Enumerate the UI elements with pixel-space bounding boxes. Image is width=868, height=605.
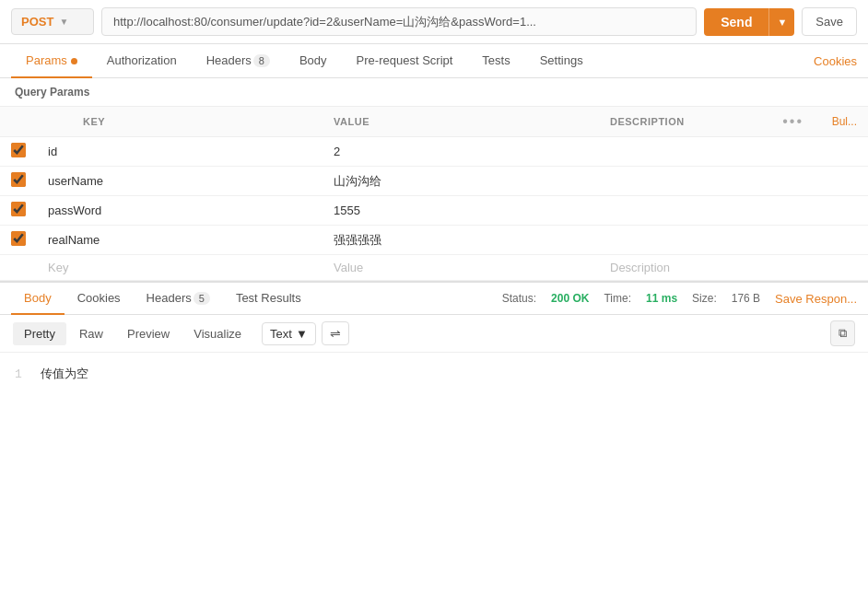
table-row	[0, 226, 868, 255]
url-input[interactable]	[101, 7, 697, 36]
desc-input-4[interactable]	[610, 233, 755, 247]
row-checkbox-1[interactable]	[11, 143, 26, 157]
response-tab-test-results[interactable]: Test Results	[223, 283, 314, 315]
desc-input-1[interactable]	[610, 145, 755, 158]
save-response-button[interactable]: Save Respon...	[775, 292, 857, 306]
desc-input-2[interactable]	[610, 174, 755, 188]
tab-tests[interactable]: Tests	[467, 44, 524, 78]
format-select[interactable]: Text ▼	[262, 322, 316, 345]
table-row	[0, 167, 868, 196]
time-value: 11 ms	[646, 292, 677, 305]
response-tab-headers[interactable]: Headers5	[134, 283, 223, 315]
params-dot	[71, 58, 77, 64]
response-tab-body[interactable]: Body	[11, 283, 65, 315]
tab-headers[interactable]: Headers8	[192, 44, 285, 78]
method-chevron: ▼	[59, 17, 68, 27]
value-input-empty[interactable]	[334, 261, 588, 274]
response-toolbar: Pretty Raw Preview Visualize Text ▼ ⇌ ⧉	[0, 315, 868, 353]
key-input-1[interactable]	[48, 145, 311, 158]
size-label: Size:	[692, 292, 717, 305]
row-checkbox-3[interactable]	[11, 202, 26, 216]
send-button-group: Send ▼	[704, 8, 794, 36]
row-checkbox-2[interactable]	[11, 172, 26, 187]
row-checkbox-4[interactable]	[11, 231, 26, 246]
resp-tab-raw[interactable]: Raw	[68, 322, 114, 345]
col-value: VALUE	[323, 107, 599, 137]
more-options-button[interactable]: •••	[782, 113, 803, 130]
tab-body[interactable]: Body	[285, 44, 342, 78]
resp-tab-visualize[interactable]: Visualize	[182, 322, 252, 345]
status-value: 200 OK	[551, 292, 589, 305]
query-params-label: Query Params	[0, 78, 868, 106]
response-line-1: 传值为空	[41, 367, 88, 381]
status-area: Status: 200 OK Time: 11 ms Size: 176 B S…	[502, 292, 857, 306]
col-description: DESCRIPTION	[599, 107, 766, 137]
value-input-4[interactable]	[334, 233, 588, 247]
method-label: POST	[21, 15, 53, 29]
send-dropdown-button[interactable]: ▼	[768, 8, 794, 36]
format-chevron: ▼	[296, 327, 308, 341]
tab-settings[interactable]: Settings	[525, 44, 598, 78]
format-label: Text	[270, 327, 292, 341]
response-tab-cookies[interactable]: Cookies	[65, 283, 134, 315]
desc-input-empty[interactable]	[610, 261, 755, 274]
value-input-3[interactable]	[334, 204, 588, 217]
table-row	[0, 137, 868, 167]
headers-badge: 8	[253, 54, 270, 67]
line-number-1: 1	[15, 367, 22, 381]
key-input-2[interactable]	[48, 174, 311, 188]
copy-button[interactable]: ⧉	[830, 320, 855, 346]
method-select[interactable]: POST ▼	[11, 8, 94, 35]
col-key: KEY	[37, 107, 323, 137]
value-input-1[interactable]	[334, 145, 588, 158]
key-input-3[interactable]	[48, 204, 311, 217]
cookies-link[interactable]: Cookies	[814, 54, 857, 68]
tab-authorization[interactable]: Authorization	[92, 44, 192, 78]
key-input-4[interactable]	[48, 233, 311, 247]
response-headers-badge: 5	[194, 292, 210, 305]
copy-icon: ⧉	[839, 326, 847, 340]
time-label: Time:	[604, 292, 631, 305]
resp-tab-pretty[interactable]: Pretty	[13, 322, 66, 345]
bulk-edit-button[interactable]: Bul...	[832, 115, 857, 128]
send-button[interactable]: Send	[704, 8, 768, 36]
key-input-empty[interactable]	[48, 261, 311, 274]
wrap-icon: ⇌	[330, 326, 341, 341]
request-tabs-bar: Params Authorization Headers8 Body Pre-r…	[0, 44, 868, 78]
response-tabs-bar: Body Cookies Headers5 Test Results Statu…	[0, 281, 868, 315]
wrap-button[interactable]: ⇌	[322, 321, 349, 345]
table-row	[0, 196, 868, 226]
resp-tab-preview[interactable]: Preview	[116, 322, 181, 345]
desc-input-3[interactable]	[610, 204, 755, 217]
size-value: 176 B	[732, 292, 760, 305]
value-input-2[interactable]	[334, 174, 588, 188]
top-bar: POST ▼ Send ▼ Save	[0, 0, 868, 44]
status-label: Status:	[502, 292, 536, 305]
tab-params[interactable]: Params	[11, 44, 92, 78]
tab-pre-request[interactable]: Pre-request Script	[342, 44, 468, 78]
code-area: 1传值为空	[0, 353, 868, 395]
params-table: KEY VALUE DESCRIPTION ••• Bul...	[0, 106, 868, 281]
table-row-empty	[0, 255, 868, 281]
save-button[interactable]: Save	[802, 7, 857, 36]
